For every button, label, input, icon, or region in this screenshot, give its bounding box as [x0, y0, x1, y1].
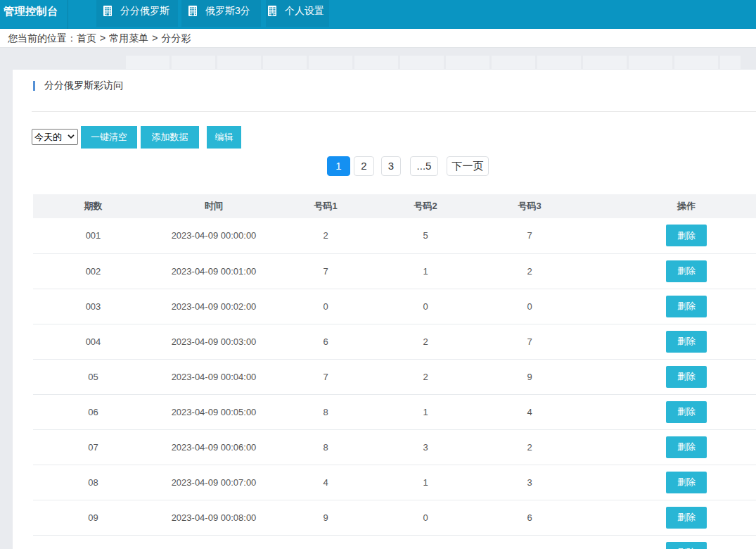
results-table: 期数 时间 号码1 号码2 号码3 操作 001 2023-04-09 00:0…: [33, 194, 756, 549]
pagination-page-3[interactable]: 3: [381, 156, 401, 176]
pagination-next-button[interactable]: 下一页: [447, 156, 489, 176]
table-row: 002 2023-04-09 00:01:00 7 1 2 删除: [33, 253, 756, 289]
cell-number1: 6: [274, 324, 377, 359]
table-header-row: 期数 时间 号码1 号码2 号码3 操作: [33, 194, 756, 218]
cell-number2: 3: [377, 429, 474, 465]
cell-actions: 删除: [585, 429, 756, 465]
cell-time: 2023-04-09 00:00:00: [153, 218, 274, 253]
cell-period: 002: [33, 253, 153, 289]
column-header-number3: 号码3: [474, 194, 585, 218]
cell-number3: [474, 535, 585, 549]
cell-period: 003: [33, 289, 153, 324]
cell-number1: 7: [274, 253, 377, 289]
pagination-page-5-ellipsis[interactable]: ...5: [410, 156, 438, 176]
clear-all-button[interactable]: 一键清空: [81, 126, 137, 149]
delete-button[interactable]: 删除: [666, 436, 707, 458]
cell-time: [153, 535, 274, 549]
cell-actions: 删除: [585, 535, 756, 549]
cell-period: 09: [33, 500, 153, 535]
table-row: 09 2023-04-09 00:08:00 9 0 6 删除: [33, 500, 756, 535]
breadcrumb-prefix: 您当前的位置：: [8, 32, 77, 44]
table-row: 06 2023-04-09 00:05:00 8 1 4 删除: [33, 394, 756, 429]
date-filter-select[interactable]: 今天的: [32, 129, 78, 145]
edit-button[interactable]: 编辑: [207, 126, 241, 149]
nav-tab-label: 分分俄罗斯: [120, 5, 169, 18]
delete-button[interactable]: 删除: [666, 401, 707, 423]
column-header-time: 时间: [153, 194, 274, 218]
column-header-period: 期数: [33, 194, 153, 218]
column-header-actions: 操作: [585, 194, 756, 218]
brand-divider: [68, 0, 68, 29]
cell-number3: 3: [474, 465, 585, 500]
cell-period: 05: [33, 359, 153, 394]
cell-number2: 2: [377, 324, 474, 359]
pagination-page-1[interactable]: 1: [327, 156, 350, 176]
breadcrumb: 您当前的位置：首页>常用菜单>分分彩: [0, 29, 756, 48]
cell-number2: 2: [377, 359, 474, 394]
cell-number1: [274, 535, 377, 549]
cell-number3: 9: [474, 359, 585, 394]
delete-button[interactable]: 删除: [666, 331, 707, 353]
background-tab-strip: [126, 56, 741, 69]
cell-number2: 1: [377, 253, 474, 289]
table-row: 05 2023-04-09 00:04:00 7 2 9 删除: [33, 359, 756, 394]
cell-period: 08: [33, 465, 153, 500]
column-header-number1: 号码1: [274, 194, 377, 218]
cell-number1: 2: [274, 218, 377, 253]
nav-tab-label: 个人设置: [285, 5, 324, 18]
delete-button[interactable]: 删除: [666, 260, 707, 282]
cell-time: 2023-04-09 00:03:00: [153, 324, 274, 359]
delete-button[interactable]: 删除: [666, 507, 707, 529]
cell-number2: 0: [377, 500, 474, 535]
cell-number2: [377, 535, 474, 549]
cell-number1: 8: [274, 429, 377, 465]
breadcrumb-separator: >: [100, 32, 105, 44]
cell-period: [33, 535, 153, 549]
cell-period: 004: [33, 324, 153, 359]
nav-tab-personal-settings[interactable]: 个人设置: [266, 0, 329, 27]
breadcrumb-menu-link[interactable]: 常用菜单: [109, 32, 148, 44]
section-title-text: 分分俄罗斯彩访问: [44, 80, 123, 92]
building-icon: [268, 6, 276, 16]
table-row: 07 2023-04-09 00:06:00 8 3 2 删除: [33, 429, 756, 465]
column-header-number2: 号码2: [377, 194, 474, 218]
add-data-button[interactable]: 添加数据: [141, 126, 199, 149]
cell-number3: 0: [474, 289, 585, 324]
cell-number3: 2: [474, 253, 585, 289]
cell-time: 2023-04-09 00:05:00: [153, 394, 274, 429]
cell-actions: 删除: [585, 218, 756, 253]
cell-actions: 删除: [585, 253, 756, 289]
table-row: 004 2023-04-09 00:03:00 6 2 7 删除: [33, 324, 756, 359]
nav-tab-russia-3min[interactable]: 俄罗斯3分: [181, 0, 261, 27]
table-row: 003 2023-04-09 00:02:00 0 0 0 删除: [33, 289, 756, 324]
table-row: 001 2023-04-09 00:00:00 2 5 7 删除: [33, 218, 756, 253]
cell-time: 2023-04-09 00:07:00: [153, 465, 274, 500]
delete-button[interactable]: 删除: [666, 542, 707, 549]
cell-time: 2023-04-09 00:08:00: [153, 500, 274, 535]
cell-time: 2023-04-09 00:06:00: [153, 429, 274, 465]
building-icon: [103, 6, 112, 16]
breadcrumb-home-link[interactable]: 首页: [77, 32, 96, 44]
cell-number3: 4: [474, 394, 585, 429]
pagination-page-2[interactable]: 2: [354, 156, 374, 176]
nav-tab-fenfen-russia[interactable]: 分分俄罗斯: [96, 0, 178, 27]
title-divider: [32, 111, 756, 112]
building-icon: [188, 6, 197, 16]
delete-button[interactable]: 删除: [666, 472, 707, 493]
table-row-partial: 删除: [33, 535, 756, 549]
table-row: 08 2023-04-09 00:07:00 4 1 3 删除: [33, 465, 756, 500]
cell-time: 2023-04-09 00:04:00: [153, 359, 274, 394]
pagination: 1 2 3 ...5 下一页: [327, 156, 489, 176]
cell-number1: 8: [274, 394, 377, 429]
cell-number3: 6: [474, 500, 585, 535]
delete-button[interactable]: 删除: [666, 296, 707, 317]
breadcrumb-separator: >: [152, 32, 158, 44]
delete-button[interactable]: 删除: [666, 366, 707, 388]
cell-period: 07: [33, 429, 153, 465]
cell-time: 2023-04-09 00:02:00: [153, 289, 274, 324]
cell-actions: 删除: [585, 359, 756, 394]
cell-number3: 7: [474, 324, 585, 359]
delete-button[interactable]: 删除: [666, 225, 707, 246]
section-title: 分分俄罗斯彩访问: [33, 76, 123, 96]
cell-time: 2023-04-09 00:01:00: [153, 253, 274, 289]
